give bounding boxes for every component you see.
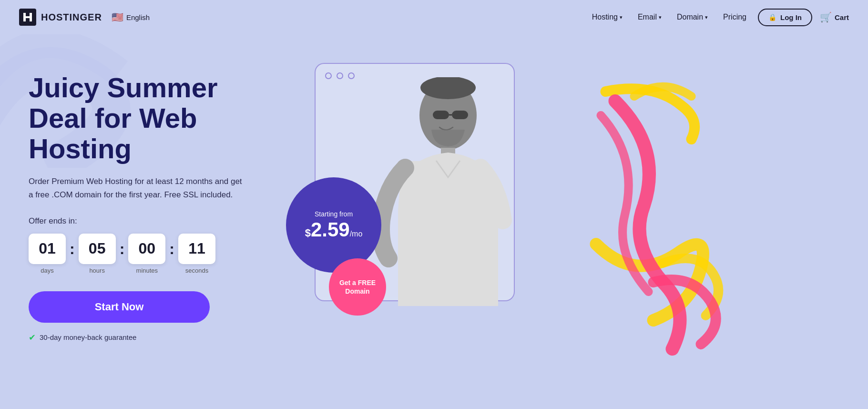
price-dollar: $	[305, 227, 311, 239]
countdown-minutes: 00 minutes	[128, 234, 165, 274]
login-label: Log In	[780, 13, 802, 21]
hours-box: 05	[79, 234, 116, 264]
svg-point-8	[420, 77, 476, 99]
hero-left: Juicy Summer Deal for Web Hosting Order …	[29, 53, 276, 343]
hero-title: Juicy Summer Deal for Web Hosting	[29, 72, 276, 164]
logo-icon	[19, 9, 36, 26]
language-selector[interactable]: 🇺🇸 English	[112, 11, 150, 23]
days-value: 01	[39, 240, 56, 257]
hours-value: 05	[89, 240, 106, 257]
days-label: days	[41, 267, 53, 274]
sep-1: :	[70, 240, 75, 258]
hours-label: hours	[89, 267, 105, 274]
countdown-hours: 05 hours	[79, 234, 116, 274]
countdown: 01 days : 05 hours : 00 minutes :	[29, 234, 276, 274]
seconds-box: 11	[178, 234, 215, 264]
h-logo-svg	[22, 12, 33, 22]
free-domain-line1: Get a FREE	[339, 278, 376, 287]
nav-item-email[interactable]: Email ▾	[638, 13, 662, 21]
nav-item-pricing[interactable]: Pricing	[723, 13, 746, 21]
flag-icon: 🇺🇸	[112, 11, 123, 23]
nav-pricing-label: Pricing	[723, 13, 746, 21]
nav-email-label: Email	[638, 13, 657, 21]
guarantee-text: 30-day money-back guarantee	[40, 333, 136, 341]
offer-ends-label: Offer ends in:	[29, 216, 276, 226]
free-domain-line2: Domain	[345, 287, 369, 296]
navbar: HOSTINGER 🇺🇸 English Hosting ▾ Email ▾ D…	[0, 0, 868, 34]
days-box: 01	[29, 234, 66, 264]
browser-dot-2	[337, 72, 343, 79]
sep-3: :	[169, 240, 174, 258]
nav-right: 🔒 Log In 🛒 Cart	[758, 9, 849, 26]
nav-center: Hosting ▾ Email ▾ Domain ▾ Pricing	[592, 13, 746, 21]
minutes-value: 00	[139, 240, 156, 257]
nav-domain-label: Domain	[677, 13, 703, 21]
login-button[interactable]: 🔒 Log In	[758, 9, 812, 26]
lock-icon: 🔒	[768, 13, 776, 21]
seconds-value: 11	[188, 240, 205, 257]
countdown-days: 01 days	[29, 234, 66, 274]
nav-hosting-label: Hosting	[592, 13, 618, 21]
language-label: English	[126, 13, 150, 21]
hero-subtitle: Order Premium Web Hosting for at least 1…	[29, 175, 248, 201]
domain-chevron-icon: ▾	[705, 14, 708, 20]
logo-text: HOSTINGER	[41, 12, 102, 23]
sep-2: :	[120, 240, 125, 258]
svg-rect-5	[452, 111, 468, 119]
free-domain-badge: Get a FREE Domain	[329, 258, 386, 316]
price-row: $ 2.59 /mo	[305, 220, 363, 240]
minutes-box: 00	[128, 234, 165, 264]
nav-item-hosting[interactable]: Hosting ▾	[592, 13, 623, 21]
minutes-label: minutes	[136, 267, 158, 274]
cart-label: Cart	[835, 13, 849, 21]
cart-link[interactable]: 🛒 Cart	[820, 11, 849, 23]
hero-right: Starting from $ 2.59 /mo Get a FREE Doma…	[276, 53, 839, 387]
hosting-chevron-icon: ▾	[620, 14, 623, 20]
email-chevron-icon: ▾	[659, 14, 662, 20]
start-now-label: Start Now	[95, 301, 144, 313]
price-from-label: Starting from	[315, 210, 353, 218]
start-now-button[interactable]: Start Now	[29, 291, 210, 323]
hero-section: Juicy Summer Deal for Web Hosting Order …	[0, 34, 868, 409]
price-period: /mo	[350, 230, 363, 238]
guarantee-row: ✔ 30-day money-back guarantee	[29, 332, 276, 343]
check-icon: ✔	[29, 332, 36, 343]
nav-item-domain[interactable]: Domain ▾	[677, 13, 708, 21]
browser-dot-1	[325, 72, 332, 79]
pricing-circle: Starting from $ 2.59 /mo	[286, 177, 381, 273]
svg-rect-4	[433, 111, 449, 119]
logo[interactable]: HOSTINGER	[19, 9, 102, 26]
price-value: 2.59	[311, 220, 350, 240]
seconds-label: seconds	[185, 267, 208, 274]
countdown-seconds: 11 seconds	[178, 234, 215, 274]
cart-icon: 🛒	[820, 11, 832, 23]
svg-rect-2	[30, 13, 32, 21]
